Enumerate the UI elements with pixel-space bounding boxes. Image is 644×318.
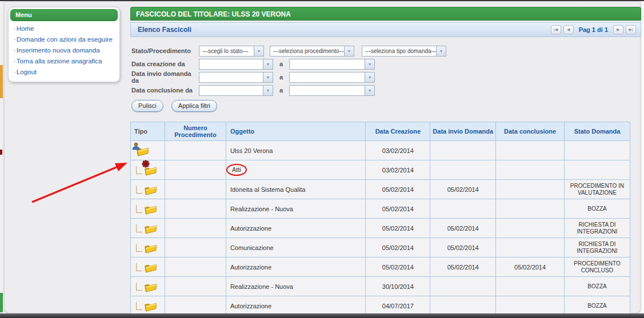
oggetto-label[interactable]: Atti [232,166,241,173]
seal-folder-icon[interactable] [143,163,158,176]
chevron-down-icon[interactable]: ▼ [263,85,273,96]
oggetto-label[interactable]: Realizzazione - Nuova [230,206,293,212]
tipo-cell[interactable] [131,160,165,180]
folder-icon[interactable] [143,260,158,273]
page-indicator: Pag 1 di 1 [579,26,608,33]
oggetto-label[interactable]: Idoneita al Sistema Qualita [230,186,305,193]
chevron-down-icon[interactable]: ▼ [254,46,264,57]
prev-page-button[interactable]: ◀ [563,25,574,34]
chevron-down-icon[interactable]: ▼ [344,46,354,57]
oggetto-cell[interactable]: Autorizzazione [226,257,366,277]
oggetto-label[interactable]: Ulss 20 Verona [230,147,273,154]
menu-item-inserimento-domanda[interactable]: ·Inserimento nuova domanda [10,45,118,56]
stato-procedimento-label: Stato/Procedimento [131,47,199,54]
oggetto-cell[interactable]: Ulss 20 Verona [226,141,366,160]
tipo-cell[interactable] [131,257,165,277]
oggetto-cell[interactable]: Realizzazione - Nuova [226,199,366,219]
menu-item-label[interactable]: Torna alla sezione anagrafica [17,58,102,65]
bottom-edge-bar [0,313,644,318]
bullet-icon: · [14,69,16,75]
numero-procedimento-cell [165,296,226,316]
oggetto-label[interactable]: Autorizzazione [230,225,271,232]
data-creazione-da-combo[interactable]: ▼ [199,59,273,70]
oggetto-label[interactable]: Comunicazione [230,244,274,251]
menu-item-domande-azioni[interactable]: ·Domande con azioni da eseguire [10,34,118,45]
stato-domanda-cell: BOZZA [565,296,630,316]
tipo-cell[interactable] [131,219,165,238]
chevron-down-icon[interactable]: ▼ [365,72,375,83]
oggetto-label[interactable]: Autorizzazione [230,264,271,271]
data-conclusione-cell [496,180,565,199]
chevron-down-icon[interactable]: ▼ [263,72,273,83]
folder-icon[interactable] [143,280,158,293]
chevron-down-icon[interactable]: ▼ [365,59,375,70]
menu-item-label[interactable]: Domande con azioni da eseguire [17,36,113,43]
data-creazione-a-combo[interactable]: ▼ [289,59,375,70]
data-conclusione-a-input[interactable] [289,85,365,96]
first-page-button[interactable]: |◀ [551,25,561,34]
numero-procedimento-cell [165,219,226,238]
tree-connector-icon [136,186,142,194]
data-invio-da-combo[interactable]: ▼ [199,72,273,83]
table-row: Realizzazione - Nuova30/10/2014BOZZA [131,277,630,296]
oggetto-cell[interactable]: Autorizzazione [226,296,366,316]
last-page-button[interactable]: ▶| [626,25,636,34]
folder-icon[interactable] [143,241,158,254]
table-row: Autorizzazione04/07/2017BOZZA [131,296,630,316]
oggetto-cell[interactable]: Comunicazione [226,238,366,257]
folder-icon[interactable] [143,202,158,215]
data-creazione-da-input[interactable] [199,59,263,70]
data-conclusione-a-combo[interactable]: ▼ [289,85,375,96]
procedimento-select[interactable]: ---seleziona procedimento--- ▼ [270,46,354,57]
chevron-down-icon[interactable]: ▼ [436,46,446,57]
oggetto-cell[interactable]: Realizzazione - Nuova [226,277,366,296]
folder-icon[interactable] [143,183,158,196]
folder-icon[interactable] [143,222,158,235]
next-page-button[interactable]: ▶ [613,25,623,34]
numero-procedimento-cell [165,160,226,180]
menu-item-torna-anagrafica[interactable]: ·Torna alla sezione anagrafica [10,56,118,67]
filter-panel: Stato/Procedimento ---scegli lo stato---… [130,37,641,112]
menu-item-label[interactable]: Home [17,25,34,32]
data-conclusione-da-input[interactable] [199,85,263,96]
stato-select-value[interactable]: ---scegli lo stato--- [199,46,254,57]
tipo-cell[interactable] [131,141,165,160]
oggetto-cell[interactable]: Atti [226,160,366,180]
data-invio-a-combo[interactable]: ▼ [289,72,375,83]
chevron-down-icon[interactable]: ▼ [365,85,375,96]
oggetto-label[interactable]: Realizzazione - Nuova [230,283,293,290]
data-conclusione-cell [496,199,565,219]
edge-green-segment [0,293,3,312]
menu-item-label[interactable]: Inserimento nuova domanda [17,47,100,54]
menu-item-label[interactable]: Logout [17,69,37,75]
oggetto-cell[interactable]: Autorizzazione [226,219,366,238]
pulisci-button[interactable]: Pulisci [131,100,163,112]
folder-icon[interactable] [143,299,158,312]
tipo-cell[interactable] [131,238,165,257]
stato-domanda-cell: RICHIESTA DI INTEGRAZIONI [565,219,630,238]
oggetto-cell[interactable]: Idoneita al Sistema Qualita [226,180,366,199]
stato-domanda-cell: BOZZA [565,277,630,296]
tipo-cell[interactable] [131,199,165,219]
data-invio-a-input[interactable] [289,72,365,83]
menu-item-home[interactable]: ·Home [10,23,118,34]
procedimento-select-value[interactable]: ---seleziona procedimento--- [270,46,344,57]
page-edge-strip [0,1,3,313]
stato-select[interactable]: ---scegli lo stato--- ▼ [199,46,264,57]
tipo-cell[interactable] [131,180,165,199]
tree-connector-icon [136,205,142,213]
tipo-cell[interactable] [131,277,165,296]
tipo-domanda-select[interactable]: ---seleziona tipo domanda--- ▼ [362,46,446,57]
folder-icon [143,280,158,293]
chevron-down-icon[interactable]: ▼ [263,59,273,70]
data-invio-da-input[interactable] [199,72,263,83]
user-folder-icon[interactable] [135,144,150,157]
data-conclusione-da-combo[interactable]: ▼ [199,85,273,96]
tipo-cell[interactable] [131,296,165,316]
menu-item-logout[interactable]: ·Logout [10,67,118,78]
tipo-domanda-select-value[interactable]: ---seleziona tipo domanda--- [362,46,436,57]
applica-filtri-button[interactable]: Applica filtri [171,100,217,112]
folder-icon [143,299,158,312]
data-creazione-a-input[interactable] [289,59,365,70]
oggetto-label[interactable]: Autorizzazione [230,303,271,309]
